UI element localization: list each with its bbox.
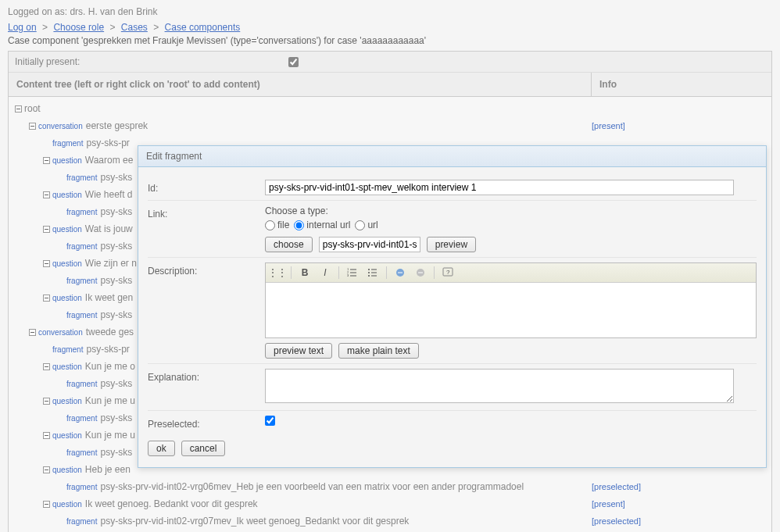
node-type: question [52,431,82,440]
node-label: Kun je me o [85,361,135,372]
breadcrumb-choose-role[interactable]: Choose role [53,22,104,33]
collapse-icon[interactable] [43,226,50,233]
node-label: psy-sks [100,378,132,389]
ok-button[interactable]: ok [148,441,175,456]
svg-point-9 [368,269,370,270]
preview-button[interactable]: preview [427,237,476,252]
tree-row[interactable]: root [9,100,771,117]
node-label: tweede ges [86,327,134,337]
radio-file-label[interactable]: file [265,220,289,230]
unlink-icon[interactable] [413,266,428,280]
node-label: psy-sks [100,309,132,320]
node-info: [present] [592,121,771,130]
link-icon[interactable] [393,266,407,280]
collapse-icon[interactable] [29,329,36,336]
node-label: psy-sks [100,412,132,423]
bold-icon[interactable]: B [298,266,312,280]
collapse-icon[interactable] [43,432,50,439]
node-type: fragment [66,517,97,526]
collapse-icon[interactable] [15,105,22,112]
explanation-textarea[interactable] [265,369,734,403]
tree-row[interactable]: fragmentpsy-sks-prv-vid-int02-vrg06mev_H… [9,478,771,495]
tree-row[interactable]: fragmentpsy-sks-prv-vid-int02-vrg07mev_I… [9,512,771,530]
cancel-button[interactable]: cancel [181,441,226,456]
node-type: fragment [52,139,83,148]
collapse-icon[interactable] [43,466,50,473]
node-type: question [52,156,82,165]
node-type: fragment [66,311,97,320]
node-type: fragment [66,414,97,423]
collapse-icon[interactable] [43,260,50,267]
node-info: [preselected] [592,482,771,491]
node-label: Ik weet gen [85,292,133,303]
node-label: psy-sks [100,241,132,252]
collapse-icon[interactable] [43,363,50,370]
id-input[interactable] [265,180,734,195]
node-label: psy-sks-pr [86,137,129,148]
breadcrumb: Log on > Choose role > Cases > Case comp… [8,22,772,33]
node-label: Wie zijn er n [85,258,137,269]
ordered-list-icon[interactable]: 123 [345,266,360,280]
node-type: fragment [66,380,97,388]
node-label: psy-sks [100,172,132,183]
initially-present-label: Initially present: [15,56,288,67]
edit-fragment-dialog: Edit fragment Id: Link: Choose a type: f… [138,145,767,468]
collapse-icon[interactable] [43,501,50,508]
rich-text-editor: ⋮⋮ B I 123 [265,262,757,338]
breadcrumb-log-on[interactable]: Log on [8,22,37,33]
column-header-info: Info [592,73,771,96]
make-plain-text-button[interactable]: make plain text [338,343,419,359]
node-type: fragment [66,448,97,457]
rte-toolbar: ⋮⋮ B I 123 [266,263,756,283]
page-subtitle: Case component 'gesprekken met Fraukje M… [8,35,772,46]
node-label: psy-sks [100,275,132,286]
choose-button[interactable]: choose [265,237,313,252]
unordered-list-icon[interactable] [366,266,380,280]
collapse-icon[interactable] [43,398,50,405]
radio-internal-url[interactable] [294,220,304,230]
radio-url-label[interactable]: url [355,220,377,230]
node-label: psy-sks-pr [86,344,129,355]
initially-present-checkbox[interactable] [288,57,299,67]
node-label: psy-sks [100,447,132,458]
node-type: question [52,362,82,371]
dialog-title: Edit fragment [138,146,766,167]
collapse-icon[interactable] [43,191,50,198]
breadcrumb-cases[interactable]: Cases [121,22,148,33]
tree-row[interactable]: questionIk weet genoeg. Bedankt voor dit… [9,495,771,512]
preview-text-button[interactable]: preview text [265,343,332,359]
node-label: Ik weet genoeg. Bedankt voor dit gesprek [85,498,258,509]
node-label: eerste gesprek [86,120,148,131]
italic-icon[interactable]: I [318,266,332,280]
tree-row[interactable]: conversationeerste gesprek[present] [9,117,771,134]
radio-url[interactable] [355,220,365,230]
node-type: fragment [66,483,97,491]
collapse-icon[interactable] [29,123,36,130]
column-header-tree: Content tree (left or right click on 'ro… [9,73,592,96]
radio-file[interactable] [265,220,275,230]
node-label: Wat is jouw [85,223,133,234]
node-type: fragment [66,208,97,216]
choose-type-label: Choose a type: [265,205,757,216]
node-type: question [52,225,82,234]
svg-point-11 [368,275,370,277]
node-type: question [52,294,82,302]
node-info: [preselected] [592,516,771,526]
node-type: question [52,466,82,474]
node-type: fragment [52,345,83,354]
radio-internal-label[interactable]: internal url [294,220,350,230]
description-textarea[interactable] [266,283,756,337]
help-icon[interactable]: ? [441,266,455,280]
node-type: conversation [38,328,83,337]
node-label: Waarom ee [85,155,134,166]
collapse-icon[interactable] [43,157,50,164]
node-label: psy-sks [100,206,132,217]
node-label: root [24,103,41,114]
node-label: psy-sks-prv-vid-int02-vrg06mev_Heb je ee… [100,481,524,492]
node-type: question [52,500,82,509]
breadcrumb-case-components[interactable]: Case components [165,22,241,33]
node-label: Kun je me u [85,430,135,441]
link-input[interactable] [319,237,420,252]
collapse-icon[interactable] [43,295,50,302]
preselected-checkbox[interactable] [265,416,275,426]
